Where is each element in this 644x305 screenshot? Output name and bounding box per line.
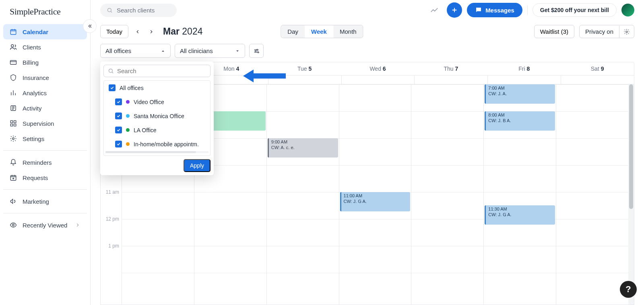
chat-icon xyxy=(475,6,482,14)
dropdown-office-item[interactable]: In-home/mobile appointm. xyxy=(104,137,210,151)
calendar-event[interactable]: 11:30 AMCW: J. G A. xyxy=(485,205,555,225)
sidebar-label: Billing xyxy=(23,59,39,66)
svg-point-16 xyxy=(109,69,113,73)
sidebar-label: Recently Viewed xyxy=(23,222,67,229)
dropdown-all-offices[interactable]: All offices xyxy=(104,81,210,95)
day-column[interactable] xyxy=(411,84,483,305)
sidebar-item-insurance[interactable]: Insurance xyxy=(3,70,87,85)
offices-dropdown: All offices Video OfficeSanta Monica Off… xyxy=(100,61,214,175)
search-input[interactable]: Search clients xyxy=(100,4,177,17)
calendar-toolbar: Today Mar 2024 Day Week Month Waitlist (… xyxy=(91,20,644,38)
privacy-button[interactable]: Privacy on xyxy=(580,25,619,38)
color-dot xyxy=(126,142,130,146)
settings-icon xyxy=(10,135,17,142)
sidebar-item-clients[interactable]: Clients xyxy=(3,39,87,55)
sidebar-label: Settings xyxy=(23,135,44,142)
svg-rect-7 xyxy=(14,124,16,126)
color-dot xyxy=(126,128,130,132)
day-header: Sat 9 xyxy=(561,62,634,75)
sliders-icon xyxy=(253,48,260,54)
plus-icon xyxy=(451,6,458,14)
svg-rect-5 xyxy=(14,121,16,123)
time-label: 11 am xyxy=(101,189,122,216)
waitlist-button[interactable]: Waitlist (3) xyxy=(534,25,574,38)
svg-point-14 xyxy=(255,50,256,51)
svg-point-8 xyxy=(12,138,14,140)
add-button[interactable] xyxy=(447,2,462,18)
calendar-plus-icon xyxy=(10,174,17,181)
sidebar-label: Clients xyxy=(23,44,41,51)
time-label: 12 pm xyxy=(101,216,122,243)
color-dot xyxy=(126,100,130,104)
today-button[interactable]: Today xyxy=(100,25,128,38)
day-column[interactable]: 9:00 AMCW: A. c. e. xyxy=(266,84,339,305)
sidebar-item-activity[interactable]: Activity xyxy=(3,100,87,116)
prev-button[interactable] xyxy=(133,26,142,38)
dropdown-search[interactable] xyxy=(103,65,211,77)
view-month[interactable]: Month xyxy=(333,25,363,38)
sidebar: SimplePractice CalendarClientsBillingIns… xyxy=(0,0,91,305)
color-dot xyxy=(126,114,130,118)
sidebar-item-recently-viewed[interactable]: Recently Viewed xyxy=(3,217,87,233)
avatar[interactable] xyxy=(621,4,634,16)
sidebar-item-calendar[interactable]: Calendar xyxy=(3,24,87,39)
apply-button[interactable]: Apply xyxy=(184,159,211,172)
calendar-event[interactable]: 8:00 AMCW: J. B A. xyxy=(485,111,555,131)
view-day[interactable]: Day xyxy=(281,25,305,38)
messages-button[interactable]: Messages xyxy=(467,3,522,17)
day-header: Fri 8 xyxy=(487,62,561,75)
view-switcher: Day Week Month xyxy=(281,25,363,38)
checkbox-icon xyxy=(115,98,122,105)
help-button[interactable]: ? xyxy=(620,281,637,298)
v-scrollbar[interactable] xyxy=(628,84,634,305)
day-column[interactable] xyxy=(556,84,628,305)
dropdown-office-item[interactable]: Santa Monica Office xyxy=(104,109,210,123)
checkbox-icon xyxy=(115,113,122,119)
chevron-up-icon xyxy=(161,49,165,53)
sidebar-label: Activity xyxy=(23,105,42,112)
search-icon xyxy=(108,68,114,74)
promo-button[interactable]: Get $200 off your next bill xyxy=(533,3,617,17)
supervision-icon xyxy=(10,120,17,127)
sidebar-label: Calendar xyxy=(23,29,48,35)
sidebar-item-requests[interactable]: Requests xyxy=(3,170,87,185)
dropdown-h-scroll[interactable] xyxy=(105,151,208,153)
filter-settings-button[interactable] xyxy=(249,44,264,58)
eye-icon xyxy=(10,221,17,229)
calendar-event[interactable]: 9:00 AMCW: A. c. e. xyxy=(268,138,338,158)
insurance-icon xyxy=(10,74,17,81)
privacy-settings-button[interactable] xyxy=(619,26,634,38)
checkbox-icon xyxy=(115,141,122,147)
collapse-sidebar-button[interactable] xyxy=(83,19,97,33)
clinicians-select[interactable]: All clinicians xyxy=(175,44,245,58)
search-placeholder: Search clients xyxy=(117,7,155,14)
sidebar-item-analytics[interactable]: Analytics xyxy=(3,85,87,100)
next-button[interactable] xyxy=(147,26,156,38)
header: Search clients Messages Get $200 off you… xyxy=(91,0,644,20)
view-week[interactable]: Week xyxy=(305,25,333,38)
sidebar-label: Insurance xyxy=(23,74,49,81)
svg-point-11 xyxy=(108,8,111,12)
day-column[interactable]: 7:00 AMCW: J. A.8:00 AMCW: J. B A.11:30 … xyxy=(483,84,556,305)
dropdown-search-input[interactable] xyxy=(117,68,206,74)
offices-select[interactable]: All offices xyxy=(100,44,171,58)
sidebar-item-reminders[interactable]: Reminders xyxy=(3,155,87,170)
calendar-event[interactable]: 11:00 AMCW: J. G A. xyxy=(340,192,411,211)
privacy-toggle: Privacy on xyxy=(579,25,634,38)
sidebar-item-billing[interactable]: Billing xyxy=(3,55,87,70)
svg-point-15 xyxy=(258,52,259,53)
sidebar-item-marketing[interactable]: Marketing xyxy=(3,194,87,209)
svg-rect-0 xyxy=(10,30,16,35)
day-column[interactable]: 11:00 AMCW: J. G A. xyxy=(339,84,411,305)
day-header: Wed 6 xyxy=(341,62,415,75)
activity-chart-button[interactable] xyxy=(427,2,442,18)
dropdown-office-item[interactable]: LA Office xyxy=(104,123,210,137)
calendar-event[interactable]: 7:00 AMCW: J. A. xyxy=(485,84,555,104)
sidebar-item-settings[interactable]: Settings xyxy=(3,131,87,146)
sidebar-item-supervision[interactable]: Supervision xyxy=(3,116,87,131)
logo: SimplePractice xyxy=(0,3,90,24)
calendar-icon xyxy=(10,28,17,35)
checkbox-icon xyxy=(109,84,116,91)
main-area: Search clients Messages Get $200 off you… xyxy=(91,0,644,305)
dropdown-office-item[interactable]: Video Office xyxy=(104,95,210,109)
